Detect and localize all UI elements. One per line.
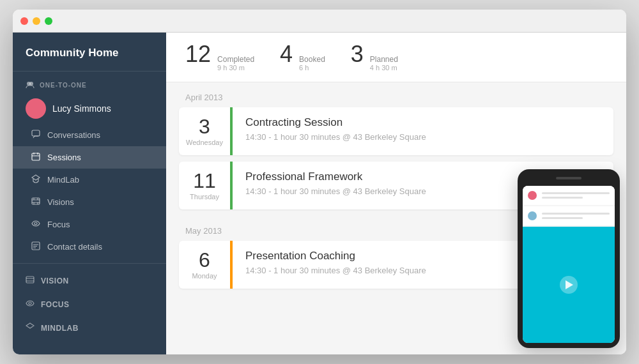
sidebar-title: Community Home [26, 47, 118, 59]
stat-planned: 3 Planned 4 h 30 m [351, 43, 398, 72]
date-day-thursday: Thursday [190, 193, 219, 201]
svg-marker-24 [26, 323, 34, 328]
mobile-speaker [556, 177, 581, 179]
app-body: Community Home ONE-TO-ONE Lucy Simmons [13, 33, 626, 354]
mobile-row-pink [523, 186, 615, 205]
sidebar-item-sessions[interactable]: Sessions [13, 146, 166, 169]
svg-point-23 [29, 302, 31, 305]
minimize-button[interactable] [33, 17, 40, 25]
user-name: Lucy Simmons [52, 103, 111, 114]
svg-rect-20 [26, 277, 34, 283]
stat-booked-number: 4 [280, 43, 293, 66]
stat-planned-sub: 4 h 30 m [370, 64, 398, 72]
stat-planned-label: Planned [370, 55, 398, 64]
sidebar-bottom-section: VISION FOCUS [13, 263, 166, 340]
close-button[interactable] [20, 17, 28, 25]
sidebar-item-mindlab[interactable]: MindLab [13, 169, 166, 191]
eye-icon-bottom [26, 299, 35, 310]
eye-icon [31, 219, 41, 230]
stat-booked-sub: 6 h [299, 64, 325, 72]
traffic-lights [20, 17, 52, 25]
sidebar-item-vision-bottom[interactable]: VISION [13, 269, 166, 292]
date-day-monday: Monday [192, 272, 217, 280]
stat-planned-number: 3 [351, 43, 364, 66]
svg-rect-8 [32, 198, 40, 204]
mindlab-bottom-label: MINDLAB [41, 324, 79, 333]
section-label-one-to-one: ONE-TO-ONE [13, 72, 166, 93]
session-meta-contracting: 14:30 - 1 hour 30 minutes @ 43 Berkeley … [245, 132, 601, 142]
stat-completed-number: 12 [185, 43, 211, 66]
focus-bottom-label: FOCUS [41, 300, 70, 309]
svg-rect-2 [32, 130, 40, 136]
stats-bar: 12 Completed 9 h 30 m 4 Booked 6 h 3 [166, 33, 626, 82]
maximize-button[interactable] [45, 17, 52, 25]
svg-point-1 [29, 82, 33, 86]
one-to-one-icon [26, 80, 35, 89]
stat-booked: 4 Booked 6 h [280, 43, 325, 72]
date-number-6: 6 [199, 250, 210, 270]
stat-planned-detail: Planned 4 h 30 m [370, 55, 398, 72]
vision-bottom-label: VISION [41, 277, 69, 285]
mobile-dot-pink [528, 191, 537, 200]
film-icon-bottom [26, 275, 35, 286]
play-button[interactable] [560, 276, 578, 294]
sidebar-item-mindlab-bottom[interactable]: MINDLAB [13, 316, 166, 340]
sidebar-item-conversations[interactable]: Conversations [13, 124, 166, 146]
focus-label: Focus [47, 220, 70, 229]
session-card-contracting[interactable]: 3 Wednesday Contracting Session 14:30 - … [179, 107, 613, 155]
mobile-row-blue [523, 206, 615, 225]
mobile-line-4 [542, 217, 583, 219]
mobile-lines-2 [542, 213, 610, 219]
sidebar-item-focus-bottom[interactable]: FOCUS [13, 292, 166, 316]
sidebar-header: Community Home [13, 33, 166, 72]
user-profile[interactable]: Lucy Simmons [13, 93, 166, 124]
mobile-line-3 [542, 213, 610, 215]
date-number-3: 3 [199, 116, 210, 137]
sessions-label: Sessions [47, 153, 81, 162]
main-content: 12 Completed 9 h 30 m 4 Booked 6 h 3 [166, 33, 626, 354]
session-date-11: 11 Thursday [179, 162, 230, 209]
sidebar-item-focus[interactable]: Focus [13, 213, 166, 236]
session-title-contracting: Contracting Session [245, 116, 601, 129]
stat-completed: 12 Completed 9 h 30 m [185, 43, 254, 72]
visions-label: Visions [47, 197, 74, 207]
app-window: Community Home ONE-TO-ONE Lucy Simmons [13, 10, 626, 354]
calendar-icon [31, 152, 41, 163]
mobile-image [523, 227, 615, 343]
mobile-mockup [518, 169, 620, 348]
conversations-label: Conversations [47, 130, 100, 140]
mobile-dot-blue [528, 211, 537, 220]
graduation-icon-bottom [26, 322, 35, 333]
mobile-screen [523, 186, 615, 343]
stat-completed-sub: 9 h 30 m [217, 64, 254, 72]
date-number-11: 11 [193, 171, 216, 191]
titlebar [13, 10, 626, 33]
mobile-line-1 [542, 192, 610, 194]
svg-point-15 [35, 222, 37, 225]
play-triangle-icon [566, 280, 573, 289]
avatar [26, 98, 46, 119]
sidebar: Community Home ONE-TO-ONE Lucy Simmons [13, 33, 166, 354]
session-date-6: 6 Monday [179, 241, 230, 289]
date-day-wednesday: Wednesday [186, 139, 223, 146]
stat-completed-label: Completed [217, 55, 254, 64]
stat-booked-detail: Booked 6 h [299, 55, 325, 72]
mobile-lines-1 [542, 192, 610, 199]
stat-completed-detail: Completed 9 h 30 m [217, 55, 254, 72]
film-icon [31, 197, 41, 208]
graduation-icon [31, 174, 41, 185]
session-info-contracting: Contracting Session 14:30 - 1 hour 30 mi… [233, 107, 613, 155]
mindlab-label: MindLab [47, 175, 79, 185]
month-label-april: April 2013 [179, 82, 613, 107]
sidebar-item-contact[interactable]: Contact details [13, 236, 166, 258]
contact-icon [31, 241, 41, 252]
svg-rect-3 [32, 153, 40, 160]
mobile-line-2 [542, 197, 583, 199]
sidebar-item-visions[interactable]: Visions [13, 191, 166, 213]
stat-booked-label: Booked [299, 55, 325, 64]
contact-label: Contact details [47, 242, 102, 252]
session-date-3: 3 Wednesday [179, 107, 230, 155]
chat-icon [31, 130, 41, 140]
